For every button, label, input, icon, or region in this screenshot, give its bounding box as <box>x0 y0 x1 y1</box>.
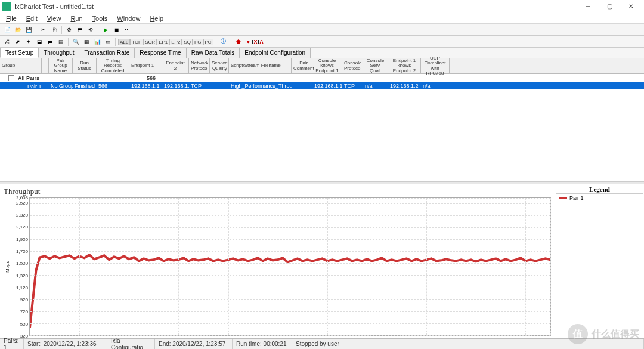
cut-icon[interactable]: ✂ <box>39 25 48 35</box>
export-icon[interactable]: ⬈ <box>13 37 23 47</box>
tab-endpoint-configuration[interactable]: Endpoint Configuration <box>239 48 311 58</box>
toolbar-main: 📄 📂 💾 ✂ ⎘ ⚙ ⬒ ⟲ ▶ ◼ ⋯ <box>0 24 644 36</box>
gridline <box>30 251 550 252</box>
tab-test-setup[interactable]: Test Setup <box>0 48 39 58</box>
tab-raw-data-totals[interactable]: Raw Data Totals <box>186 48 240 58</box>
save-icon[interactable]: 💾 <box>24 25 33 35</box>
status-pairs: Pairs: 1 <box>0 339 24 349</box>
chart-area: Throughput Mbps 3205207209201,1201,3201,… <box>0 184 644 349</box>
filter-pc[interactable]: PC <box>203 39 213 45</box>
zoom-icon[interactable]: 🔍 <box>71 37 80 47</box>
menu-help[interactable]: Help <box>145 14 168 23</box>
grid-body[interactable]: − All Pairs 566 Pair 1No GroupFinished56… <box>0 74 644 181</box>
window-title: IxChariot Test - untitled1.tst <box>14 3 577 10</box>
layout-icon[interactable]: ▭ <box>103 37 113 47</box>
gridline <box>129 198 129 335</box>
status-config: Ixia Configuratio <box>107 339 155 349</box>
run-icon[interactable]: ▶ <box>101 25 110 35</box>
filter-scr[interactable]: SCR <box>143 39 157 45</box>
maximize-button[interactable]: ▢ <box>599 1 620 13</box>
col-header[interactable]: Console Protocol <box>342 58 363 73</box>
filter-ep1[interactable]: EP1 <box>157 39 169 45</box>
series-line-pair1 <box>30 255 550 328</box>
col-header[interactable]: Endpoint 1 knows Endpoint 2 <box>388 58 421 73</box>
separator <box>216 38 216 46</box>
col-header[interactable]: Console knows Endpoint 1 <box>312 58 342 73</box>
grid-cell: n/a <box>363 83 388 89</box>
menu-view[interactable]: View <box>42 14 66 23</box>
col-header[interactable]: Endpoint 2 <box>162 58 189 73</box>
gridline <box>327 198 328 335</box>
chart-main: Throughput Mbps 3205207209201,1201,3201,… <box>0 184 555 349</box>
chart-title: Throughput <box>4 187 551 196</box>
filter-ep2[interactable]: EP2 <box>169 39 182 45</box>
gridline <box>30 227 550 228</box>
stop-icon[interactable]: ◼ <box>112 25 121 35</box>
more-icon[interactable]: ⋯ <box>122 25 132 35</box>
collapse-icon[interactable]: − <box>8 75 14 81</box>
menu-run[interactable]: Run <box>66 14 87 23</box>
col-header[interactable]: Pair Comment <box>292 58 312 73</box>
pair-row-1[interactable]: Pair 1No GroupFinished566192.168.1.1192.… <box>0 82 644 89</box>
y-tick: 1,920 <box>16 236 28 242</box>
multicast-icon[interactable]: ⬒ <box>75 25 85 35</box>
tab-throughput[interactable]: Throughput <box>38 48 79 58</box>
open-icon[interactable]: 📂 <box>13 25 23 35</box>
minimize-button[interactable]: ─ <box>577 1 599 13</box>
separator <box>36 26 36 34</box>
print-icon[interactable]: 🖨 <box>2 37 12 47</box>
col-header[interactable]: UDP Compliant with RFC768 <box>421 58 450 73</box>
group-label: All Pairs <box>16 75 46 81</box>
y-tick: 920 <box>20 297 28 302</box>
swap-icon[interactable]: ⇄ <box>45 37 55 47</box>
stop2-icon[interactable]: ⬟ <box>234 37 243 47</box>
toolbar-secondary: 🖨 ⬈ ✦ ⬓ ⇄ ▤ 🔍 ▦ 📊 ▭ ALLTCPSCREP1EP2SQPGP… <box>0 36 644 48</box>
info-icon[interactable]: ⓘ <box>219 37 228 47</box>
col-header[interactable]: Console Serv. Qual. <box>363 58 388 73</box>
col-header[interactable]: Script/Stream Filename <box>229 58 292 73</box>
filter-tcp[interactable]: TCP <box>130 39 143 45</box>
close-button[interactable]: ✕ <box>620 1 642 13</box>
status-end: End: 2020/12/22, 1:23:57 <box>155 339 233 349</box>
copy-icon[interactable]: ⎘ <box>49 25 59 35</box>
titlebar: IxChariot Test - untitled1.tst ─ ▢ ✕ <box>0 0 644 13</box>
separator <box>68 38 69 46</box>
legend-label: Pair 1 <box>569 195 584 201</box>
legend-item-pair1[interactable]: Pair 1 <box>556 194 643 202</box>
col-header[interactable]: Pair Group Name <box>49 58 73 73</box>
grid-cell: n/a <box>421 83 450 89</box>
menu-tools[interactable]: Tools <box>88 14 113 23</box>
menu-file[interactable]: File <box>1 14 21 23</box>
network-icon[interactable]: ✦ <box>24 37 33 47</box>
col-header[interactable]: Group <box>0 58 42 73</box>
legend-title: Legend <box>556 186 643 194</box>
grid-header: Group Pair Group NameRun StatusTiming Re… <box>0 58 644 74</box>
grid-cell: 566 <box>97 83 129 89</box>
col-header[interactable]: Timing Records Completed <box>97 58 129 73</box>
tab-transaction-rate[interactable]: Transaction Rate <box>79 48 135 58</box>
tab-response-time[interactable]: Response Time <box>134 48 186 58</box>
col-header[interactable]: Network Protocol <box>189 58 210 73</box>
menu-edit[interactable]: Edit <box>21 14 42 23</box>
filter-sq[interactable]: SQ <box>182 39 193 45</box>
chart-plot[interactable] <box>29 197 551 336</box>
filter-icon[interactable]: ▤ <box>56 37 66 47</box>
grid-cell: TCP <box>342 83 363 89</box>
menu-window[interactable]: Window <box>112 14 145 23</box>
replicate-icon[interactable]: ⟲ <box>86 25 95 35</box>
col-header[interactable] <box>42 58 49 73</box>
col-header[interactable]: Endpoint 1 <box>129 58 162 73</box>
col-header[interactable]: Service Quality <box>210 58 229 73</box>
col-header[interactable]: Run Status <box>73 58 97 73</box>
y-tick: 1,720 <box>16 249 28 254</box>
new-icon[interactable]: 📄 <box>2 25 12 35</box>
chart-icon[interactable]: 📊 <box>92 37 102 47</box>
status-stopped: Stopped by user <box>292 339 644 349</box>
grid-icon[interactable]: ▦ <box>82 37 91 47</box>
split-icon[interactable]: ⬓ <box>35 37 44 47</box>
filter-pg[interactable]: PG <box>193 39 203 45</box>
pair-icon[interactable]: ⚙ <box>64 25 74 35</box>
group-row-all-pairs[interactable]: − All Pairs 566 <box>0 74 644 82</box>
grid-cell: 192.168.1.1 <box>129 83 162 89</box>
filter-all[interactable]: ALL <box>118 39 130 45</box>
